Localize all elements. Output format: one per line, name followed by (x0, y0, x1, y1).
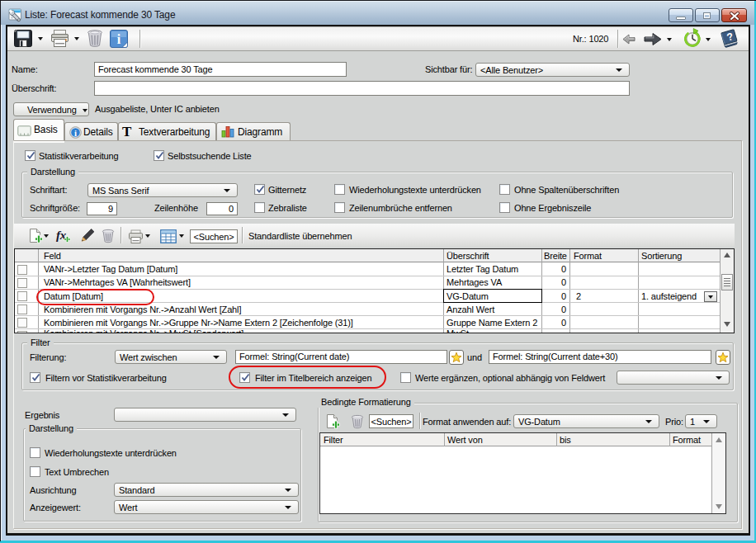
svg-text:i: i (117, 32, 121, 46)
svg-text:i: i (74, 128, 77, 138)
